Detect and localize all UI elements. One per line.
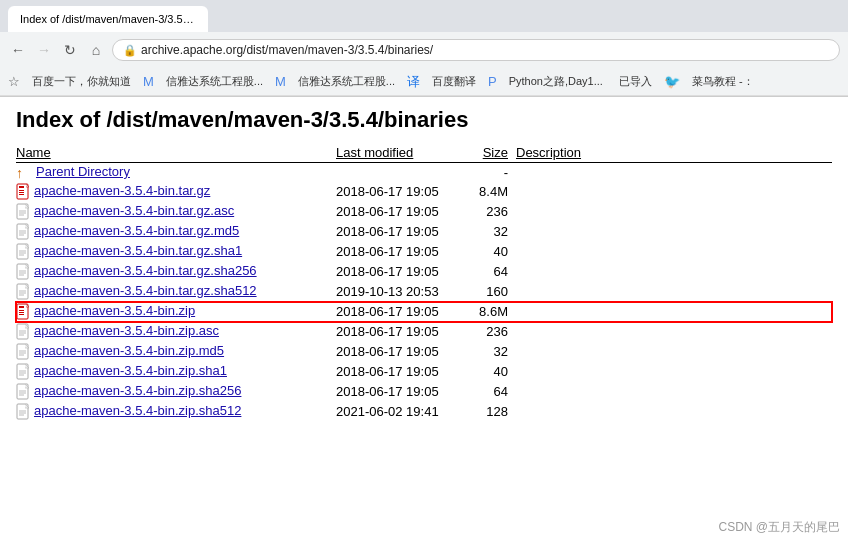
file-size: 32 — [466, 222, 516, 242]
table-row: apache-maven-3.5.4-bin.zip.sha5122021-06… — [16, 402, 832, 422]
table-row: apache-maven-3.5.4-bin.tar.gz.sha12018-0… — [16, 242, 832, 262]
reload-button[interactable]: ↻ — [60, 40, 80, 60]
svg-rect-29 — [19, 312, 24, 313]
table-row: apache-maven-3.5.4-bin.tar.gz.md52018-06… — [16, 222, 832, 242]
file-modified: 2018-06-17 19:05 — [336, 382, 466, 402]
file-size: 8.4M — [466, 182, 516, 202]
file-link[interactable]: apache-maven-3.5.4-bin.tar.gz.asc — [34, 203, 234, 218]
table-header-row: Name Last modified Size Description — [16, 143, 832, 163]
file-description — [516, 302, 832, 322]
folder-back-icon: ↑ — [16, 165, 34, 181]
file-modified: 2018-06-17 19:05 — [336, 342, 466, 362]
bookmark-icon-2: M — [275, 74, 286, 89]
file-description — [516, 282, 832, 302]
col-header-description: Description — [516, 143, 832, 163]
bookmark-6[interactable]: 菜鸟教程 -： — [688, 72, 758, 91]
file-modified: 2021-06-02 19:41 — [336, 402, 466, 422]
file-size: 236 — [466, 322, 516, 342]
file-size: 128 — [466, 402, 516, 422]
col-header-modified[interactable]: Last modified — [336, 143, 466, 163]
svg-rect-4 — [19, 192, 24, 193]
address-bar[interactable]: 🔒 archive.apache.org/dist/maven/maven-3/… — [112, 39, 840, 61]
nav-bar: ← → ↻ ⌂ 🔒 archive.apache.org/dist/maven/… — [0, 32, 848, 68]
file-icon — [16, 203, 32, 221]
file-description — [516, 262, 832, 282]
bookmark-icon-6: 🐦 — [664, 74, 680, 89]
file-link[interactable]: apache-maven-3.5.4-bin.tar.gz.sha512 — [34, 283, 257, 298]
file-modified: 2018-06-17 19:05 — [336, 262, 466, 282]
file-description — [516, 382, 832, 402]
active-tab[interactable]: Index of /dist/maven/maven-3/3.5.4/binar… — [8, 6, 208, 32]
bookmark-icon-3: 译 — [407, 73, 420, 91]
home-button[interactable]: ⌂ — [86, 40, 106, 60]
file-modified: 2018-06-17 19:05 — [336, 242, 466, 262]
file-link[interactable]: apache-maven-3.5.4-bin.tar.gz.sha1 — [34, 243, 242, 258]
file-size: 40 — [466, 362, 516, 382]
file-description — [516, 222, 832, 242]
file-size: 40 — [466, 242, 516, 262]
file-zip-icon — [16, 303, 32, 321]
file-modified: 2019-10-13 20:53 — [336, 282, 466, 302]
bookmark-1[interactable]: 信雅达系统工程股... — [162, 72, 267, 91]
bookmark-icon-0: ☆ — [8, 74, 20, 89]
svg-text:↑: ↑ — [16, 165, 23, 181]
bookmark-0[interactable]: 百度一下，你就知道 — [28, 72, 135, 91]
file-description — [516, 202, 832, 222]
col-header-name[interactable]: Name — [16, 143, 336, 163]
file-modified: 2018-06-17 19:05 — [336, 202, 466, 222]
col-header-size[interactable]: Size — [466, 143, 516, 163]
svg-rect-3 — [19, 190, 24, 191]
browser-chrome: Index of /dist/maven/maven-3/3.5.4/binar… — [0, 0, 848, 97]
bookmarks-bar: ☆ 百度一下，你就知道 M 信雅达系统工程股... M 信雅达系统工程股... … — [0, 68, 848, 96]
file-icon — [16, 263, 32, 281]
table-row: apache-maven-3.5.4-bin.zip.md52018-06-17… — [16, 342, 832, 362]
file-modified: 2018-06-17 19:05 — [336, 182, 466, 202]
file-icon — [16, 283, 32, 301]
file-link[interactable]: Parent Directory — [36, 164, 130, 179]
page-content: Index of /dist/maven/maven-3/3.5.4/binar… — [0, 97, 848, 432]
file-link[interactable]: apache-maven-3.5.4-bin.tar.gz.md5 — [34, 223, 239, 238]
bookmark-5[interactable]: 已导入 — [615, 72, 656, 91]
file-icon — [16, 363, 32, 381]
forward-button[interactable]: → — [34, 40, 54, 60]
file-size: 8.6M — [466, 302, 516, 322]
file-modified: 2018-06-17 19:05 — [336, 322, 466, 342]
table-row: apache-maven-3.5.4-bin.tar.gz2018-06-17 … — [16, 182, 832, 202]
file-icon — [16, 243, 32, 261]
file-modified: 2018-06-17 19:05 — [336, 302, 466, 322]
table-row: apache-maven-3.5.4-bin.zip.sha2562018-06… — [16, 382, 832, 402]
page-title: Index of /dist/maven/maven-3/3.5.4/binar… — [16, 107, 832, 133]
file-description — [516, 402, 832, 422]
file-size: - — [466, 163, 516, 182]
table-row: apache-maven-3.5.4-bin.tar.gz.asc2018-06… — [16, 202, 832, 222]
file-size: 64 — [466, 262, 516, 282]
bookmark-2[interactable]: 信雅达系统工程股... — [294, 72, 399, 91]
watermark: CSDN @五月天的尾巴 — [718, 519, 840, 536]
lock-icon: 🔒 — [123, 44, 137, 57]
file-link[interactable]: apache-maven-3.5.4-bin.tar.gz — [34, 183, 210, 198]
table-row: apache-maven-3.5.4-bin.zip2018-06-17 19:… — [16, 302, 832, 322]
back-button[interactable]: ← — [8, 40, 28, 60]
table-row: apache-maven-3.5.4-bin.tar.gz.sha2562018… — [16, 262, 832, 282]
file-link[interactable]: apache-maven-3.5.4-bin.zip.sha512 — [34, 403, 241, 418]
file-link[interactable]: apache-maven-3.5.4-bin.zip.asc — [34, 323, 219, 338]
file-modified — [336, 163, 466, 182]
svg-rect-28 — [19, 310, 24, 311]
file-description — [516, 182, 832, 202]
file-link[interactable]: apache-maven-3.5.4-bin.zip.sha256 — [34, 383, 241, 398]
bookmark-3[interactable]: 百度翻译 — [428, 72, 480, 91]
table-row: apache-maven-3.5.4-bin.zip.asc2018-06-17… — [16, 322, 832, 342]
file-description — [516, 242, 832, 262]
svg-rect-5 — [19, 194, 24, 195]
bookmark-4[interactable]: Python之路,Day1... — [505, 72, 607, 91]
svg-rect-2 — [19, 186, 24, 188]
file-link[interactable]: apache-maven-3.5.4-bin.zip.md5 — [34, 343, 224, 358]
file-description — [516, 163, 832, 182]
file-link[interactable]: apache-maven-3.5.4-bin.zip.sha1 — [34, 363, 227, 378]
file-description — [516, 342, 832, 362]
file-link[interactable]: apache-maven-3.5.4-bin.tar.gz.sha256 — [34, 263, 257, 278]
file-size: 236 — [466, 202, 516, 222]
file-link[interactable]: apache-maven-3.5.4-bin.zip — [34, 303, 195, 318]
file-size: 32 — [466, 342, 516, 362]
table-row: apache-maven-3.5.4-bin.zip.sha12018-06-1… — [16, 362, 832, 382]
